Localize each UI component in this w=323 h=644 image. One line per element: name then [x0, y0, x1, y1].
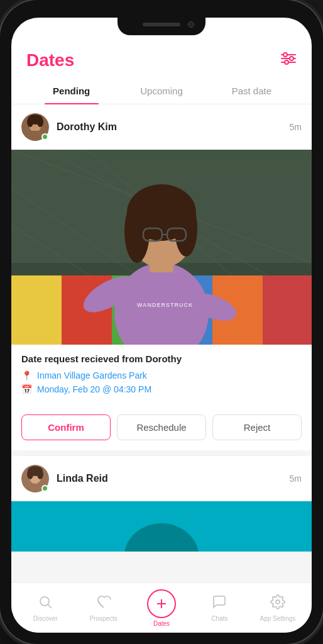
app: Dates Pending: [11, 18, 312, 633]
date-info-dorothy: Date request recieved from Dorothy 📍 Inm…: [11, 345, 312, 407]
header: Dates: [11, 45, 312, 78]
svg-point-31: [124, 200, 150, 263]
avatar-dorothy: [21, 113, 49, 141]
location-detail: 📍 Inman Village Gardens Park: [21, 370, 302, 380]
date-photo-dorothy: WANDERSTRUCK: [11, 150, 312, 345]
nav-discover[interactable]: Discover: [16, 594, 74, 622]
svg-point-9: [27, 117, 33, 127]
svg-point-41: [37, 469, 43, 479]
page-title: Dates: [26, 50, 74, 70]
dates-label: Dates: [153, 620, 170, 627]
discover-label: Discover: [33, 615, 58, 622]
svg-point-3: [283, 53, 287, 57]
reschedule-button[interactable]: Reschedule: [117, 414, 206, 440]
notch: [118, 18, 205, 35]
location-text: Inman Village Gardens Park: [37, 370, 147, 380]
datetime-detail: 📅 Monday, Feb 20 @ 04:30 PM: [21, 384, 302, 394]
nav-chats[interactable]: Chats: [190, 594, 248, 622]
datetime-text: Monday, Feb 20 @ 04:30 PM: [37, 384, 151, 394]
svg-rect-19: [11, 275, 62, 345]
time-ago-linda: 5m: [290, 474, 302, 484]
filter-icon[interactable]: [280, 52, 297, 69]
tabs: Pending Upcoming Past date: [11, 78, 312, 104]
speaker: [143, 23, 180, 26]
teal-banner: [11, 501, 312, 552]
camera: [188, 21, 194, 28]
svg-line-46: [48, 604, 52, 608]
svg-point-4: [290, 57, 293, 60]
svg-rect-24: [263, 275, 312, 345]
time-ago-dorothy: 5m: [290, 122, 302, 132]
settings-label: App Settings: [260, 615, 295, 622]
tab-past-date[interactable]: Past date: [207, 78, 297, 104]
chats-label: Chats: [211, 615, 227, 622]
svg-point-40: [27, 469, 33, 479]
nav-prospects[interactable]: Prospects: [74, 594, 132, 622]
user-name-dorothy: Dorothy Kim: [57, 121, 290, 133]
discover-icon: [38, 594, 53, 613]
location-icon: 📍: [21, 370, 32, 380]
confirm-button[interactable]: Confirm: [21, 414, 111, 440]
svg-point-49: [276, 600, 280, 604]
chats-icon: [212, 594, 227, 613]
reject-button[interactable]: Reject: [212, 414, 302, 440]
prospects-icon: [96, 594, 111, 613]
dates-add-button[interactable]: [147, 589, 176, 618]
phone-frame: Dates Pending: [0, 0, 323, 644]
request-text: Date request recieved from Dorothy: [21, 353, 302, 364]
svg-point-45: [40, 597, 49, 606]
svg-point-10: [37, 117, 43, 127]
online-indicator: [41, 133, 48, 140]
profile-row-dorothy: Dorothy Kim 5m: [11, 104, 312, 150]
profile-row-linda: Linda Reid 5m: [11, 456, 312, 501]
nav-settings[interactable]: App Settings: [249, 594, 307, 622]
svg-text:WANDERSTRUCK: WANDERSTRUCK: [137, 302, 194, 308]
tab-pending[interactable]: Pending: [26, 78, 116, 104]
online-indicator-linda: [41, 485, 48, 492]
date-card-dorothy: Dorothy Kim 5m: [11, 104, 312, 450]
date-card-linda: Linda Reid 5m: [11, 456, 312, 552]
prospects-label: Prospects: [89, 615, 117, 622]
tab-upcoming[interactable]: Upcoming: [116, 78, 206, 104]
action-buttons: Confirm Reschedule Reject: [11, 407, 312, 450]
avatar-linda: [21, 465, 49, 492]
nav-dates[interactable]: Dates: [133, 589, 190, 627]
phone-screen: Dates Pending: [11, 18, 312, 633]
bottom-nav: Discover Prospects: [11, 582, 312, 633]
calendar-icon: 📅: [21, 384, 32, 394]
settings-icon: [270, 594, 285, 613]
user-name-linda: Linda Reid: [57, 473, 290, 484]
content-area: Dorothy Kim 5m: [11, 104, 312, 582]
svg-point-5: [285, 60, 288, 64]
